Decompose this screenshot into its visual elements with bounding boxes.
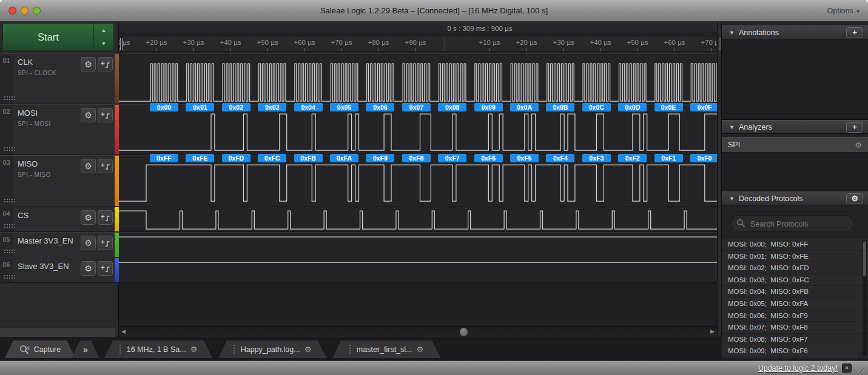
channel-drag-handle[interactable] [4,147,15,151]
channel-settings-button[interactable]: ⚙ [81,57,96,71]
mosi-byte-label: 0x05 [330,103,358,111]
decoded-protocol-row[interactable]: MOSI: 0x04; MISO: 0xFB [722,286,868,298]
channel-color-stripe [115,207,119,231]
decoded-list-scroll-thumb[interactable] [863,241,866,276]
channel-drag-handle[interactable] [4,224,15,228]
miso-byte-label: 0xFD [222,154,251,162]
gear-icon[interactable]: ⚙ [855,141,862,150]
channel-trigger-button[interactable] [98,261,113,276]
channel-trigger-button[interactable] [98,108,113,122]
collapse-triangle-icon[interactable]: ▼ [729,196,735,202]
capture-down-arrow[interactable]: ▼ [94,37,113,50]
tab-drag-handle[interactable] [234,345,237,354]
channel-settings-button[interactable]: ⚙ [81,261,96,276]
gear-icon: ⚙ [84,161,92,171]
channel-row-cs[interactable]: 04CS⚙ [0,207,119,232]
scroll-left-arrow[interactable]: ◀ [121,328,126,334]
start-capture-button[interactable]: Start ▲ ▼ [2,23,114,51]
window-title: Saleae Logic 1.2.29 Beta – [Connected] –… [0,6,868,15]
collapse-triangle-icon[interactable]: ▼ [729,30,735,36]
channel-row-miso[interactable]: 03MISOSPI - MISO⚙ [0,155,119,207]
add-analyzer-button[interactable]: + [846,122,863,133]
decoded-protocol-row[interactable]: MOSI: 0x01; MISO: 0xFE [722,251,868,263]
timeline-tick-mark [230,48,231,51]
capture-up-arrow[interactable]: ▲ [94,24,113,37]
timeline-tick-label: +20 µs [508,39,545,46]
channel-analyzer-label: SPI - CLOCK [18,70,56,76]
timeline-tick-label: +20 µs [138,39,175,46]
channel-settings-button[interactable]: ⚙ [81,210,96,225]
start-button-label: Start [3,24,93,50]
channel-row-clk[interactable]: 01CLKSPI - CLOCK⚙ [0,53,119,104]
add-annotation-button[interactable]: + [846,27,863,38]
miso-byte-label: 0xFE [186,154,214,162]
decoded-protocols-title: Decoded Protocols [739,194,846,203]
collapse-triangle-icon[interactable]: ▼ [729,124,735,130]
dismiss-update-button[interactable]: × [842,363,852,373]
horizontal-scroll-thumb[interactable] [460,328,468,336]
analyzer-name: SPI [728,141,855,149]
decoded-protocol-row[interactable]: MOSI: 0x05; MISO: 0xFA [722,298,868,310]
file-tab-2[interactable]: Happy_path.log...⚙ [218,340,326,358]
resize-grip-icon[interactable] [856,364,864,373]
timestamp-bar: 0 s : 309 ms : 900 µs [119,22,717,36]
decoded-protocol-row[interactable]: MOSI: 0x08; MISO: 0xF7 [722,334,868,346]
annotations-header[interactable]: ▼ Annotations + [722,25,868,39]
analyzer-item-spi[interactable]: SPI ⚙ [722,137,868,153]
analyzers-header[interactable]: ▼ Analyzers + [722,120,868,134]
horizontal-scrollbar[interactable]: ◀ ▶ [119,326,717,337]
search-input[interactable] [749,217,852,231]
channel-row-slave-3v3-en[interactable]: 06Slave 3V3_EN⚙ [0,257,119,283]
tab-capture[interactable]: Capture [5,340,75,358]
decoded-protocol-row[interactable]: MOSI: 0x03; MISO: 0xFC [722,274,868,287]
channel-drag-handle[interactable] [4,96,15,101]
decoded-protocol-row[interactable]: MOSI: 0x00; MISO: 0xFF [722,239,868,251]
tab-drag-handle[interactable] [119,345,123,354]
decoded-protocols-settings-button[interactable]: ⚙ [846,193,863,204]
channel-row-mosi[interactable]: 02MOSISPI - MOSI⚙ [0,104,119,155]
file-tab-label: 16 MHz, 1 B Sa... [127,345,186,354]
channel-trigger-button[interactable] [98,159,113,173]
tab-capture-label: Capture [34,345,61,354]
panel-splitter[interactable] [717,22,722,337]
timeline-tick-label: +10 µs [119,39,138,46]
decoded-protocol-row[interactable]: MOSI: 0x07; MISO: 0xF8 [722,322,868,334]
channel-settings-button[interactable]: ⚙ [81,159,96,173]
app-window: Saleae Logic 1.2.29 Beta – [Connected] –… [0,0,868,375]
scroll-right-arrow[interactable]: ▶ [710,328,715,334]
decoded-protocol-row[interactable]: MOSI: 0x02; MISO: 0xFD [722,262,868,274]
timeline-tick-label: +30 µs [175,39,212,46]
channel-color-stripe [115,156,119,206]
channel-row-master-3v3-en[interactable]: 05Master 3V3_EN⚙ [0,232,119,257]
decoded-protocol-row[interactable]: MOSI: 0x06; MISO: 0xF9 [722,310,868,322]
gear-icon[interactable]: ⚙ [304,345,312,354]
timeline-tick-label: +50 µs [619,39,656,46]
timeline-ruler[interactable]: +10 µs+20 µs+30 µs+40 µs+50 µs+60 µs+70 … [119,36,717,52]
decoded-protocols-header[interactable]: ▼ Decoded Protocols ⚙ [722,191,868,205]
miso-byte-label: 0xF8 [402,154,431,162]
mosi-byte-label: 0x00 [150,103,178,111]
file-tab-1[interactable]: 16 MHz, 1 B Sa...⚙ [104,340,212,358]
decoded-protocol-row[interactable]: MOSI: 0x09; MISO: 0xF6 [722,345,868,357]
gear-icon[interactable]: ⚙ [190,345,198,354]
tab-expand-button[interactable]: » [72,340,99,358]
channel-settings-button[interactable]: ⚙ [81,108,96,122]
channel-settings-button[interactable]: ⚙ [81,236,96,250]
mosi-byte-label: 0x0A [510,103,539,111]
waveform-canvas[interactable]: 0x000x010x020x030x040x050x060x070x080x09… [119,52,717,337]
channel-drag-handle[interactable] [4,198,15,203]
channel-trigger-button[interactable] [98,57,113,71]
channel-analyzer-label: SPI - MOSI [18,121,51,127]
options-menu[interactable]: Options ▼ [827,7,861,15]
channel-drag-handle[interactable] [4,249,15,254]
channel-drag-handle[interactable] [4,274,15,279]
tab-drag-handle[interactable] [349,345,352,354]
capture-scope-icon [19,345,30,354]
file-tab-3[interactable]: master_first_sl...⚙ [332,340,440,358]
channel-trigger-button[interactable] [98,210,113,225]
update-link[interactable]: Update to logic 2 today! [758,364,838,373]
channel-trigger-button[interactable] [98,236,113,250]
channel-color-stripe [115,105,119,154]
gear-icon[interactable]: ⚙ [417,345,424,354]
file-tab-label: master_first_sl... [357,345,412,354]
